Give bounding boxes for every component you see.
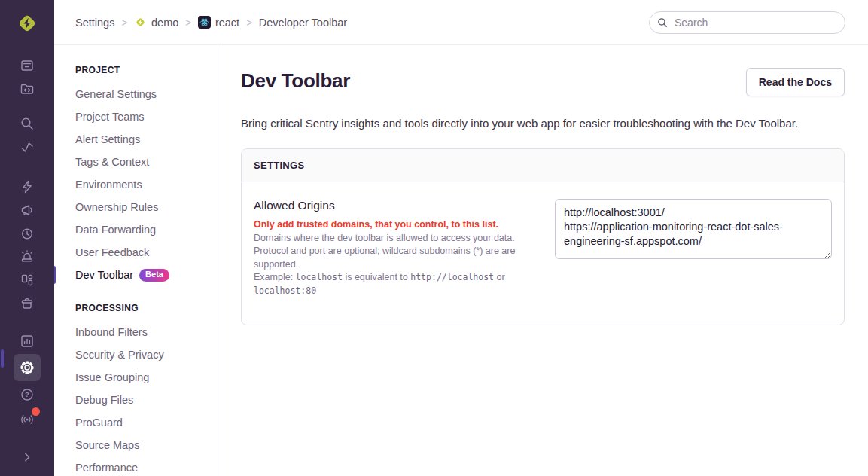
app-window: ? Settings > <box>0 0 868 476</box>
org-avatar-icon <box>134 16 147 29</box>
trusted-domains-warning: Only add trusted domains, that you contr… <box>254 218 540 232</box>
search-input[interactable] <box>649 11 845 34</box>
settings-panel: SETTINGS Allowed Origins Only add truste… <box>241 148 845 325</box>
settings-sidebar: PROJECT General Settings Project Teams A… <box>54 45 218 476</box>
insights-pulse-icon[interactable] <box>17 136 38 157</box>
search-icon <box>657 17 668 28</box>
page-title: Dev Toolbar <box>241 69 350 93</box>
main-content: Dev Toolbar Read the Docs Bring critical… <box>218 45 868 476</box>
example-code-localhost: localhost <box>296 272 343 282</box>
settings-panel-header: SETTINGS <box>242 149 844 182</box>
processing-items: Inbound Filters Security & Privacy Issue… <box>54 321 218 476</box>
example-prefix: Example: <box>254 272 293 282</box>
sidebar-item-project-teams[interactable]: Project Teams <box>54 105 218 128</box>
explore-search-icon[interactable] <box>17 113 38 134</box>
breadcrumb-org[interactable]: demo <box>134 16 178 29</box>
project-items: General Settings Project Teams Alert Set… <box>54 83 218 286</box>
breadcrumb-separator: > <box>121 16 127 29</box>
example-or: or <box>497 272 505 282</box>
breadcrumb-page[interactable]: Developer Toolbar <box>259 17 347 29</box>
projects-icon[interactable] <box>17 78 38 99</box>
field-example-text: Example: localhost is equivalent to http… <box>254 271 540 298</box>
breadcrumb-org-label: demo <box>151 17 178 29</box>
settings-gear-icon[interactable] <box>14 354 41 381</box>
react-project-icon <box>198 16 211 29</box>
sidebar-item-issue-grouping[interactable]: Issue Grouping <box>54 366 218 389</box>
search-box <box>649 11 845 34</box>
releases-box-icon[interactable] <box>17 293 38 314</box>
example-code-localhost-80: localhost:80 <box>254 285 316 296</box>
breadcrumb-separator: > <box>185 16 191 29</box>
breadcrumb-settings[interactable]: Settings <box>75 17 114 29</box>
issues-icon[interactable] <box>17 55 38 76</box>
sentry-logo-icon[interactable] <box>14 11 40 36</box>
sidebar-item-general-settings[interactable]: General Settings <box>54 83 218 105</box>
active-nav-indicator <box>1 349 4 368</box>
read-the-docs-button[interactable]: Read the Docs <box>746 68 845 96</box>
nav-rail: ? <box>0 0 54 476</box>
monitors-siren-icon[interactable] <box>17 246 38 267</box>
allowed-origins-field: Allowed Origins Only add trusted domains… <box>242 182 844 325</box>
allowed-origins-label: Allowed Origins <box>254 199 540 212</box>
sidebar-item-proguard[interactable]: ProGuard <box>54 411 218 434</box>
top-header: Settings > demo > <box>54 0 868 45</box>
dashboards-icon[interactable] <box>17 270 38 291</box>
title-row: Dev Toolbar Read the Docs <box>241 68 845 96</box>
breadcrumb-separator: > <box>246 16 252 29</box>
sidebar-item-source-maps[interactable]: Source Maps <box>54 434 218 456</box>
sidebar-item-security-privacy[interactable]: Security & Privacy <box>54 343 218 366</box>
help-question-icon[interactable]: ? <box>17 384 38 405</box>
sidebar-item-dev-toolbar[interactable]: Dev Toolbar Beta <box>54 264 218 286</box>
sidebar-item-user-feedback[interactable]: User Feedback <box>54 241 218 264</box>
replays-clock-icon[interactable] <box>17 223 38 244</box>
sidebar-item-performance[interactable]: Performance <box>54 456 218 476</box>
alerts-lightning-icon[interactable] <box>17 176 38 197</box>
sidebar-item-alert-settings[interactable]: Alert Settings <box>54 128 218 151</box>
page-description: Bring critical Sentry insights and tools… <box>241 117 845 130</box>
sidebar-item-label: Dev Toolbar <box>75 269 133 281</box>
sidebar-item-ownership-rules[interactable]: Ownership Rules <box>54 196 218 218</box>
sidebar-item-environments[interactable]: Environments <box>54 173 218 196</box>
sidebar-item-debug-files[interactable]: Debug Files <box>54 389 218 411</box>
field-help-text: Domains where the dev toolbar is allowed… <box>254 232 540 272</box>
collapse-chevron-icon[interactable] <box>17 447 38 468</box>
field-input-column: http://localhost:3001/ https://applicati… <box>555 199 832 298</box>
sidebar-section-processing: PROCESSING <box>54 303 218 313</box>
svg-text:?: ? <box>25 390 29 398</box>
sidebar-item-inbound-filters[interactable]: Inbound Filters <box>54 321 218 343</box>
sidebar-item-tags-context[interactable]: Tags & Context <box>54 151 218 173</box>
field-description: Allowed Origins Only add trusted domains… <box>254 199 555 298</box>
example-code-http-localhost: http://localhost <box>410 272 494 282</box>
notification-dot <box>32 407 40 416</box>
allowed-origins-textarea[interactable]: http://localhost:3001/ https://applicati… <box>555 199 832 259</box>
beta-badge: Beta <box>139 269 169 282</box>
sidebar-section-project: PROJECT <box>54 65 218 75</box>
example-mid: is equivalent to <box>345 272 407 282</box>
feedback-megaphone-icon[interactable] <box>17 200 38 221</box>
breadcrumb-project-label: react <box>215 17 239 29</box>
breadcrumb-project[interactable]: react <box>198 16 239 29</box>
breadcrumb: Settings > demo > <box>75 16 347 29</box>
whats-new-broadcast-icon[interactable] <box>17 409 38 430</box>
sidebar-item-data-forwarding[interactable]: Data Forwarding <box>54 218 218 241</box>
stats-chart-icon[interactable] <box>17 331 38 352</box>
